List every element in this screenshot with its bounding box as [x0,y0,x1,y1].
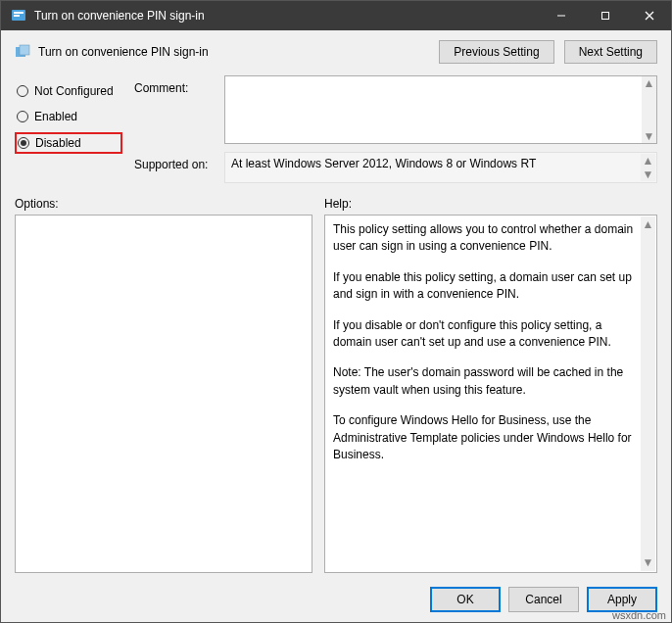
page-title: Turn on convenience PIN sign-in [38,45,431,59]
minimize-button[interactable] [539,1,583,30]
ok-button[interactable]: OK [430,587,501,612]
radio-enabled[interactable]: Enabled [15,107,122,126]
help-text: This policy setting allows you to contro… [333,221,637,256]
supported-label: Supported on: [134,152,220,183]
maximize-button[interactable] [583,1,627,30]
scrollbar[interactable]: ▲▼ [642,76,656,143]
close-button[interactable] [627,1,671,30]
previous-setting-button[interactable]: Previous Setting [439,40,553,64]
options-panel [15,215,312,573]
scrollbar[interactable]: ▲▼ [641,154,655,181]
help-label: Help: [324,197,352,211]
config-area: Not Configured Enabled Disabled Comment:… [1,68,671,183]
cancel-button[interactable]: Cancel [508,587,579,612]
policy-icon [11,8,26,24]
help-text: Note: The user's domain password will be… [333,364,637,399]
help-text: If you enable this policy setting, a dom… [333,269,637,304]
comment-label: Comment: [134,75,220,144]
help-text: If you disable or don't configure this p… [333,317,637,352]
radio-label: Enabled [34,110,77,123]
radio-not-configured[interactable]: Not Configured [15,81,122,101]
radio-label: Not Configured [34,84,114,98]
source-watermark: wsxdn.com [612,609,666,621]
supported-on-text: At least Windows Server 2012, Windows 8 … [231,157,536,170]
svg-rect-4 [601,13,608,20]
options-label: Options: [15,197,312,211]
supported-on-box: At least Windows Server 2012, Windows 8 … [224,152,657,183]
next-setting-button[interactable]: Next Setting [564,40,657,64]
svg-rect-8 [20,45,29,55]
policy-dialog: Turn on convenience PIN sign-in Turn on … [0,0,672,623]
radio-icon [17,85,28,97]
help-text: To configure Windows Hello for Business,… [333,412,637,463]
header-row: Turn on convenience PIN sign-in Previous… [1,30,671,68]
svg-rect-2 [14,15,20,17]
help-panel: This policy setting allows you to contro… [324,215,657,573]
scrollbar[interactable]: ▲▼ [641,216,655,571]
svg-rect-1 [14,12,24,14]
radio-label: Disabled [35,136,81,150]
panels: This policy setting allows you to contro… [1,215,671,579]
radio-disabled[interactable]: Disabled [15,132,122,154]
policy-item-icon [15,44,30,60]
radio-icon [18,137,29,149]
titlebar: Turn on convenience PIN sign-in [1,1,671,30]
comment-input[interactable] [224,75,657,144]
window-title: Turn on convenience PIN sign-in [34,9,539,23]
dialog-buttons: OK Cancel Apply [1,579,671,622]
mid-labels: Options: Help: [1,183,671,215]
radio-icon [17,111,28,122]
